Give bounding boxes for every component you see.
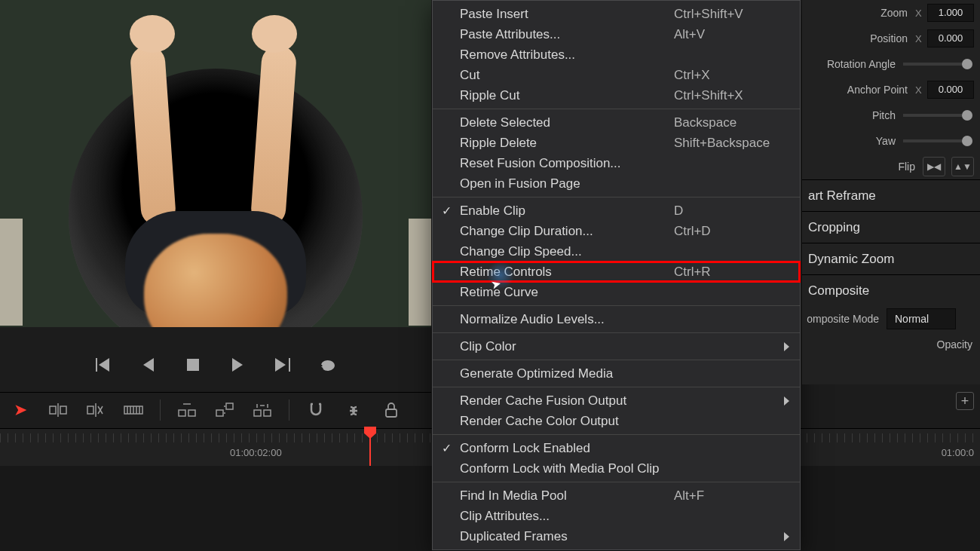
svg-rect-10 (264, 410, 271, 416)
svg-rect-0 (187, 359, 199, 371)
menu-item-render-cache-fusion-output[interactable]: Render Cache Fusion Output (433, 390, 800, 411)
loop-button[interactable] (317, 354, 340, 376)
snap-icon[interactable] (305, 399, 327, 421)
menu-item-clip-attributes[interactable]: Clip Attributes... (433, 506, 800, 526)
menu-item-label: Delete Selected (460, 115, 550, 130)
menu-item-label: Paste Insert (460, 7, 528, 22)
timeline-toolbar: ➤ (0, 392, 431, 427)
menu-shortcut: Ctrl+Shift+V (674, 7, 743, 22)
menu-item-paste-attributes[interactable]: Paste Attributes...Alt+V (433, 24, 800, 44)
menu-item-ripple-delete[interactable]: Ripple DeleteShift+Backspace (433, 133, 800, 153)
timecode-label-right: 01:00:0 (942, 447, 974, 458)
selection-tool-icon[interactable]: ➤ (9, 399, 32, 421)
svg-rect-1 (50, 406, 56, 414)
svg-rect-9 (254, 410, 261, 416)
menu-item-label: Generate Optimized Media (460, 366, 613, 381)
pitch-slider[interactable] (903, 114, 972, 117)
menu-separator (433, 305, 800, 306)
menu-shortcut: Shift+Backspace (674, 136, 770, 151)
svg-rect-5 (179, 410, 185, 416)
menu-item-label: Clip Color (460, 339, 516, 354)
lock-icon[interactable] (380, 399, 403, 421)
menu-item-open-in-fusion-page[interactable]: Open in Fusion Page (433, 173, 800, 194)
anchor-x-input[interactable]: 0.000 (927, 81, 974, 99)
menu-item-label: Enable Clip (460, 204, 525, 219)
video-frame (0, 0, 431, 327)
menu-item-label: Open in Fusion Page (460, 176, 580, 191)
menu-separator (433, 482, 800, 482)
menu-item-paste-insert[interactable]: Paste InsertCtrl+Shift+V (433, 4, 800, 24)
menu-item-label: Change Clip Speed... (460, 244, 582, 259)
menu-item-ripple-cut[interactable]: Ripple CutCtrl+Shift+X (433, 85, 800, 106)
axis-x: X (915, 33, 927, 44)
section-composite[interactable]: Composite (802, 274, 980, 306)
menu-item-label: Reset Fusion Composition... (460, 156, 621, 171)
zoom-x-input[interactable]: 1.000 (927, 4, 974, 22)
prev-frame-button[interactable] (136, 354, 159, 376)
menu-item-change-clip-duration[interactable]: Change Clip Duration...Ctrl+D (433, 221, 800, 241)
section-dynamic-zoom[interactable]: Dynamic Zoom (802, 243, 980, 274)
replace-tool-icon[interactable] (122, 399, 145, 421)
menu-item-label: Ripple Delete (460, 136, 537, 151)
pitch-label: Pitch (802, 109, 903, 121)
first-frame-button[interactable] (91, 354, 114, 376)
menu-item-label: Normalize Audio Levels... (460, 312, 605, 327)
yaw-slider[interactable] (903, 139, 972, 142)
swap-tool-icon[interactable] (213, 399, 236, 421)
add-button[interactable]: + (956, 392, 974, 410)
menu-item-label: Cut (460, 68, 479, 83)
menu-item-conform-lock-enabled[interactable]: ✓Conform Lock Enabled (433, 438, 800, 458)
check-icon: ✓ (442, 441, 452, 455)
menu-separator (433, 434, 800, 435)
menu-shortcut: Alt+F (674, 488, 704, 504)
flip-h-button[interactable]: ▶◀ (923, 157, 945, 176)
rotation-slider[interactable] (903, 63, 972, 66)
video-viewer[interactable] (0, 0, 431, 327)
menu-shortcut: Ctrl+D (674, 224, 711, 239)
chevron-right-icon (784, 396, 789, 406)
menu-item-remove-attributes[interactable]: Remove Attributes... (433, 44, 800, 65)
menu-item-generate-optimized-media[interactable]: Generate Optimized Media (433, 363, 800, 384)
menu-item-delete-selected[interactable]: Delete SelectedBackspace (433, 112, 800, 133)
menu-item-conform-lock-with-media-pool-clip[interactable]: Conform Lock with Media Pool Clip (433, 458, 800, 479)
menu-item-clip-color[interactable]: Clip Color (433, 336, 800, 357)
link-icon[interactable] (342, 399, 365, 421)
insert-tool-icon[interactable] (47, 399, 69, 421)
composite-mode-label: omposite Mode (802, 313, 887, 325)
timecode-label: 01:00:02:00 (230, 447, 282, 458)
next-frame-button[interactable] (272, 354, 295, 376)
menu-item-cut[interactable]: CutCtrl+X (433, 65, 800, 85)
menu-shortcut: Ctrl+Shift+X (674, 88, 743, 103)
composite-mode-dropdown[interactable]: Normal (887, 308, 956, 329)
anchor-label: Anchor Point (802, 84, 915, 96)
menu-separator (433, 332, 800, 333)
menu-item-retime-curve[interactable]: Retime Curve (433, 282, 800, 302)
menu-shortcut: D (674, 204, 683, 219)
blade-tool-icon[interactable] (176, 399, 198, 421)
section-cropping[interactable]: Cropping (802, 211, 980, 243)
menu-separator (433, 109, 800, 109)
menu-item-label: Clip Attributes... (460, 509, 550, 524)
rotation-label: Rotation Angle (802, 58, 903, 70)
menu-item-duplicated-frames[interactable]: Duplicated Frames (433, 526, 800, 546)
menu-item-enable-clip[interactable]: ✓Enable ClipD (433, 201, 800, 221)
section-smart-reframe[interactable]: art Reframe (802, 179, 980, 211)
menu-item-retime-controls[interactable]: Retime ControlsCtrl+R (433, 262, 800, 282)
stop-button[interactable] (182, 354, 204, 376)
menu-item-change-clip-speed[interactable]: Change Clip Speed... (433, 241, 800, 262)
flip-v-button[interactable]: ▲▼ (951, 157, 974, 176)
position-x-input[interactable]: 0.000 (927, 29, 974, 47)
svg-rect-11 (386, 409, 397, 417)
overwrite-tool-icon[interactable] (84, 399, 107, 421)
axis-x: X (915, 8, 927, 19)
play-button[interactable] (227, 354, 250, 376)
menu-item-render-cache-color-output[interactable]: Render Cache Color Output (433, 411, 800, 431)
svg-rect-8 (226, 403, 233, 409)
menu-item-reset-fusion-composition[interactable]: Reset Fusion Composition... (433, 153, 800, 173)
ripple-tool-icon[interactable] (251, 399, 274, 421)
menu-item-label: Paste Attributes... (460, 27, 560, 42)
menu-shortcut: Backspace (674, 115, 737, 130)
menu-item-normalize-audio-levels[interactable]: Normalize Audio Levels... (433, 309, 800, 329)
menu-item-label: Ripple Cut (460, 88, 519, 103)
menu-item-find-in-media-pool[interactable]: Find In Media PoolAlt+F (433, 485, 800, 506)
